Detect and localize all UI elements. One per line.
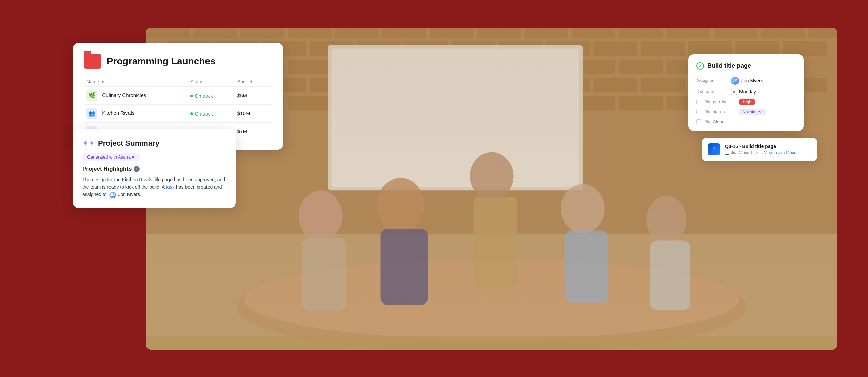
status-dot-green <box>190 95 193 97</box>
jira-status-field: Jira status Not started <box>696 109 795 115</box>
main-container: Programming Launches Name ▾ Status Budge… <box>20 18 848 360</box>
jira-cloud-field: Jira Cloud <box>696 119 795 124</box>
calendar-icon: ▣ <box>731 89 737 95</box>
status-dot-green-2 <box>190 112 193 115</box>
task-card: ✓ Build title page Assignee JM Jon Myers… <box>688 54 804 131</box>
jira-cloud-checkbox[interactable] <box>696 119 701 124</box>
jira-sub-info: Jira Cloud Task · View in Jira Cloud <box>725 150 796 155</box>
jira-status-badge: Not started <box>739 109 766 115</box>
summary-card: ✦✦ Project Summary Generated with Asana … <box>73 129 236 208</box>
project-status-cell: On track <box>188 86 235 104</box>
summary-description: The design for the Kitchen Rivals title … <box>82 176 226 198</box>
folder-icon <box>84 54 101 69</box>
due-date-value: ▣ Monday <box>731 89 756 95</box>
sparkle-icon: ✦✦ <box>82 139 95 148</box>
assignee-avatar-inline: JM <box>109 192 116 198</box>
project-status-cell: On track <box>188 104 235 122</box>
col-header-budget: Budget <box>235 77 272 87</box>
jira-card: Q3-15 · Build title page Jira Cloud Task… <box>702 138 817 161</box>
jira-task-title: Q3-15 · Build title page <box>725 144 796 149</box>
chevron-down-icon: ▾ <box>102 80 104 84</box>
jira-priority-field: Jira priority High <box>696 99 795 105</box>
table-row[interactable]: 👥 Kitchen Rivals On track $10M <box>84 104 272 122</box>
status-badge-on-track: On track <box>190 93 213 99</box>
jira-cloud-label: Jira Cloud <box>705 119 735 124</box>
projects-card-title: Programming Launches <box>107 56 216 67</box>
projects-card-header: Programming Launches <box>84 54 272 69</box>
jira-priority-checkbox-row: Jira priority <box>696 99 735 104</box>
priority-badge: High <box>739 99 755 105</box>
project-name-cell: 👥 Kitchen Rivals <box>84 104 188 122</box>
table-row[interactable]: 🌿 Culinary Chronicles On track $5M <box>84 86 272 104</box>
project-budget-cell: $10M <box>235 104 272 122</box>
col-header-name: Name ▾ <box>84 77 188 87</box>
jira-logo <box>708 143 720 155</box>
jira-sub-checkbox <box>725 151 729 155</box>
ai-badge: Generated with Asana AI <box>82 153 140 161</box>
highlights-title: Project Highlights i <box>82 166 226 172</box>
jira-status-checkbox[interactable] <box>696 110 701 114</box>
task-fields: Assignee JM Jon Myers Due date ▣ Monday … <box>696 77 795 124</box>
assignee-avatar: JM <box>731 77 739 85</box>
col-header-status: Status <box>188 77 235 87</box>
task-card-header: ✓ Build title page <box>696 62 795 70</box>
info-icon: i <box>134 166 140 172</box>
summary-title: Project Summary <box>98 139 159 148</box>
project-budget-cell: $5M <box>235 86 272 104</box>
jira-priority-checkbox[interactable] <box>696 100 701 104</box>
task-card-title: Build title page <box>707 62 751 69</box>
jira-priority-label: Jira priority <box>705 99 735 104</box>
status-badge-on-track-2: On track <box>190 111 213 117</box>
jira-status-label: Jira status <box>705 109 735 114</box>
project-icon-kitchen: 👥 <box>86 108 97 119</box>
due-date-label: Due date <box>696 89 727 94</box>
project-icon-culinary: 🌿 <box>86 90 97 101</box>
view-jira-cloud-link[interactable]: View in Jira Cloud <box>764 150 796 155</box>
project-name-cell: 🌿 Culinary Chronicles <box>84 86 188 104</box>
assignee-field: Assignee JM Jon Myers <box>696 77 795 85</box>
assignee-value: JM Jon Myers <box>731 77 763 85</box>
assignee-label: Assignee <box>696 78 727 83</box>
task-link[interactable]: task <box>166 184 175 190</box>
due-date-field: Due date ▣ Monday <box>696 89 795 95</box>
task-check-icon: ✓ <box>696 62 704 70</box>
summary-title-row: ✦✦ Project Summary <box>82 139 226 148</box>
jira-status-checkbox-row: Jira status <box>696 109 735 114</box>
project-budget-cell: $7M <box>235 122 272 140</box>
jira-cloud-checkbox-row: Jira Cloud <box>696 119 735 124</box>
jira-task-content: Q3-15 · Build title page Jira Cloud Task… <box>725 144 796 155</box>
